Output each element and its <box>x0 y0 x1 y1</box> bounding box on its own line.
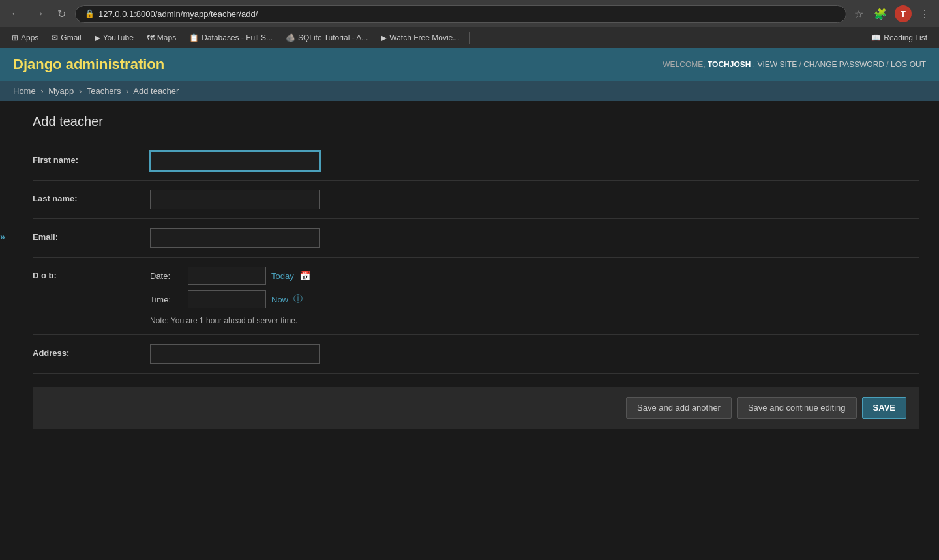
bookmark-movies-label: Watch Free Movie... <box>389 33 459 42</box>
last-name-input[interactable] <box>150 190 320 209</box>
email-row: Email: <box>33 219 919 258</box>
dob-date-line: Date: Today 📅 <box>150 267 919 285</box>
save-continue-editing-button[interactable]: Save and continue editing <box>737 397 857 419</box>
reading-list-icon: 📖 <box>871 33 881 42</box>
dob-time-line: Time: Now ⓘ <box>150 290 919 308</box>
clock-icon[interactable]: ⓘ <box>293 293 303 305</box>
databases-icon: 📋 <box>189 33 199 42</box>
save-add-another-button[interactable]: Save and add another <box>626 397 732 419</box>
address-label: Address: <box>33 344 150 358</box>
bookmark-databases-label: Databases - Full S... <box>201 33 273 42</box>
forward-button[interactable]: → <box>30 5 48 22</box>
email-input[interactable] <box>150 228 320 248</box>
url-text: 127.0.0.1:8000/admin/myapp/teacher/add/ <box>98 9 837 19</box>
save-button[interactable]: SAVE <box>862 397 906 419</box>
breadcrumb-sep-1: › <box>40 86 43 96</box>
nav-sep-3: / <box>886 60 891 69</box>
time-label: Time: <box>150 295 183 304</box>
breadcrumb-current: Add teacher <box>133 86 179 96</box>
breadcrumb-sep-2: › <box>79 86 82 96</box>
bookmark-gmail[interactable]: ✉ Gmail <box>46 31 86 44</box>
change-password-link[interactable]: CHANGE PASSWORD <box>803 60 884 69</box>
breadcrumb-myapp[interactable]: Myapp <box>48 86 74 96</box>
extensions-button[interactable]: 🧩 <box>871 5 889 23</box>
sidebar-chevron-icon: » <box>0 231 5 242</box>
page-title: Add teacher <box>33 114 919 129</box>
breadcrumb-home[interactable]: Home <box>13 86 36 96</box>
date-label: Date: <box>150 271 183 281</box>
sidebar-toggle[interactable]: » <box>0 101 13 442</box>
apps-icon: ⊞ <box>12 33 18 42</box>
breadcrumb-teachers[interactable]: Teachers <box>87 86 121 96</box>
welcome-text: WELCOME, <box>663 60 705 69</box>
maps-icon: 🗺 <box>147 33 155 42</box>
email-label: Email: <box>33 228 150 242</box>
browser-actions: ☆ 🧩 T ⋮ <box>852 5 932 23</box>
address-row: Address: <box>33 335 919 374</box>
bookmark-maps-label: Maps <box>157 33 176 42</box>
dob-label: D o b: <box>33 267 150 280</box>
layout: » Add teacher First name: Last name: Ema… <box>0 101 939 442</box>
bookmark-star-button[interactable]: ☆ <box>852 5 866 23</box>
bookmark-apps-label: Apps <box>21 33 38 42</box>
profile-button[interactable]: T <box>895 5 912 22</box>
add-teacher-form: First name: Last name: Email: <box>33 142 919 374</box>
dob-field: Date: Today 📅 Time: Now ⓘ Note: You are … <box>150 267 919 325</box>
menu-button[interactable]: ⋮ <box>917 5 932 23</box>
address-bar[interactable]: 🔒 127.0.0.1:8000/admin/myapp/teacher/add… <box>75 5 846 23</box>
username-text: TOCHJOSH <box>708 60 751 69</box>
gmail-icon: ✉ <box>52 33 58 42</box>
sqlite-icon: 🪨 <box>286 33 295 42</box>
reading-list-button[interactable]: 📖 Reading List <box>866 31 932 44</box>
last-name-field <box>150 190 919 209</box>
date-input[interactable] <box>188 267 266 285</box>
calendar-icon[interactable]: 📅 <box>299 271 310 281</box>
movies-icon: ▶ <box>381 33 387 42</box>
browser-chrome: ← → ↻ 🔒 127.0.0.1:8000/admin/myapp/teach… <box>0 0 939 48</box>
address-field <box>150 344 919 364</box>
lock-icon: 🔒 <box>85 9 95 18</box>
bookmark-movies[interactable]: ▶ Watch Free Movie... <box>376 31 464 44</box>
bookmarks-bar: ⊞ Apps ✉ Gmail ▶ YouTube 🗺 Maps 📋 Databa… <box>0 27 939 48</box>
bookmark-youtube-label: YouTube <box>103 33 134 42</box>
reading-list-label: Reading List <box>884 33 927 42</box>
first-name-row: First name: <box>33 142 919 181</box>
email-field <box>150 228 919 248</box>
last-name-row: Last name: <box>33 181 919 219</box>
bookmark-databases[interactable]: 📋 Databases - Full S... <box>184 31 278 44</box>
time-input[interactable] <box>188 290 266 308</box>
address-input[interactable] <box>150 344 320 364</box>
breadcrumb: Home › Myapp › Teachers › Add teacher <box>0 81 939 101</box>
dob-row: D o b: Date: Today 📅 Time: Now ⓘ Note: <box>33 258 919 335</box>
bookmark-maps[interactable]: 🗺 Maps <box>142 31 181 44</box>
timezone-note: Note: You are 1 hour ahead of server tim… <box>150 316 919 325</box>
admin-header: Django administration WELCOME, TOCHJOSH … <box>0 48 939 81</box>
admin-nav-links: WELCOME, TOCHJOSH . VIEW SITE / CHANGE P… <box>663 60 926 69</box>
bookmark-apps[interactable]: ⊞ Apps <box>7 31 44 44</box>
first-name-label: First name: <box>33 151 150 165</box>
youtube-icon: ▶ <box>95 33 100 42</box>
today-link[interactable]: Today <box>271 271 294 281</box>
main-content: Add teacher First name: Last name: Email… <box>13 101 939 442</box>
back-button[interactable]: ← <box>7 5 25 22</box>
admin-title: Django administration <box>13 56 164 73</box>
reload-button[interactable]: ↻ <box>53 5 70 23</box>
submit-row: Save and add another Save and continue e… <box>33 387 919 429</box>
breadcrumb-sep-3: › <box>126 86 128 96</box>
browser-top-bar: ← → ↻ 🔒 127.0.0.1:8000/admin/myapp/teach… <box>0 0 939 27</box>
bookmark-youtube[interactable]: ▶ YouTube <box>89 31 139 44</box>
first-name-field <box>150 151 919 171</box>
last-name-label: Last name: <box>33 190 150 203</box>
now-link[interactable]: Now <box>271 295 288 304</box>
log-out-link[interactable]: LOG OUT <box>891 60 926 69</box>
bookmark-gmail-label: Gmail <box>61 33 81 42</box>
bookmark-sqlite[interactable]: 🪨 SQLite Tutorial - A... <box>280 31 373 44</box>
first-name-input[interactable] <box>150 151 320 171</box>
view-site-link[interactable]: VIEW SITE <box>757 60 797 69</box>
bookmark-sqlite-label: SQLite Tutorial - A... <box>298 33 368 42</box>
bookmarks-divider <box>470 32 470 44</box>
